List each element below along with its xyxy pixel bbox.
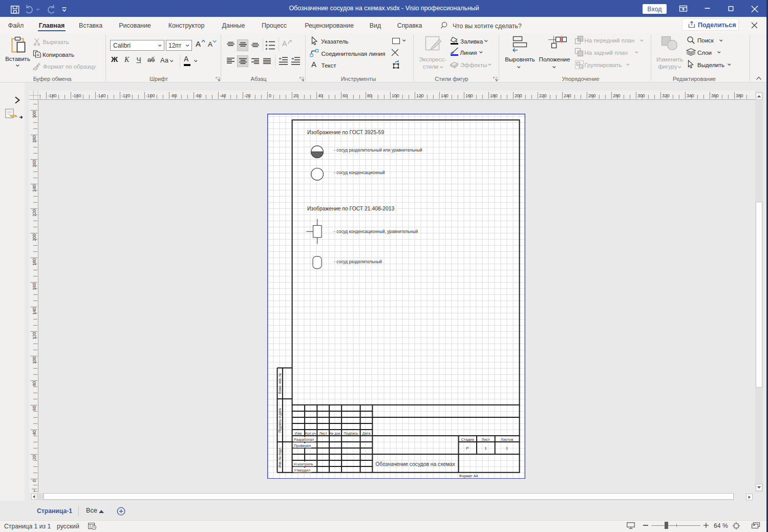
svg-text:Лист: Лист: [319, 431, 328, 436]
svg-text:280: 280: [32, 135, 37, 142]
svg-text:180: 180: [32, 258, 37, 265]
svg-text:Р: Р: [466, 446, 469, 451]
svg-text:Дата: Дата: [362, 431, 371, 436]
svg-text:300: 300: [637, 93, 645, 98]
svg-text:Подпись: Подпись: [344, 431, 359, 436]
svg-text:40: 40: [32, 430, 37, 435]
svg-text:80: 80: [32, 381, 37, 386]
svg-text:120: 120: [416, 93, 424, 98]
svg-text:Инв. № подл.: Инв. № подл.: [278, 446, 282, 467]
svg-text:Изображение по ГОСТ 21.408-201: Изображение по ГОСТ 21.408-2013: [307, 206, 394, 211]
svg-text:240: 240: [564, 93, 571, 98]
svg-text:260: 260: [588, 93, 596, 98]
svg-text:-180: -180: [48, 93, 57, 98]
svg-text:- сосуд разделительный: - сосуд разделительный: [334, 259, 382, 264]
svg-text:-40: -40: [220, 93, 226, 98]
svg-text:320: 320: [662, 93, 670, 98]
svg-text:-20: -20: [244, 93, 251, 98]
svg-text:60: 60: [343, 93, 348, 98]
svg-text:-80: -80: [170, 93, 177, 98]
svg-text:40: 40: [318, 93, 323, 98]
svg-text:1: 1: [506, 446, 508, 451]
svg-text:80: 80: [367, 93, 372, 98]
svg-text:Изм.: Изм.: [295, 431, 303, 436]
svg-text:1: 1: [485, 446, 487, 451]
svg-text:Стадия: Стадия: [461, 437, 474, 442]
svg-text:100: 100: [32, 356, 37, 364]
svg-text:Утвердил: Утвердил: [294, 468, 310, 473]
svg-text:340: 340: [687, 93, 694, 98]
svg-text:- сосуд конденсационный, уравн: - сосуд конденсационный, уравнительный: [334, 229, 418, 234]
svg-text:300: 300: [32, 111, 37, 118]
svg-text:380: 380: [736, 93, 743, 98]
svg-text:140: 140: [32, 307, 37, 314]
svg-text:- сосуд разделительный или ура: - сосуд разделительный или уравнительный: [334, 147, 422, 153]
svg-text:Проверил: Проверил: [294, 443, 311, 448]
svg-text:Взам. инв. №: Взам. инв. №: [278, 373, 282, 394]
svg-text:360: 360: [711, 93, 719, 98]
svg-text:200: 200: [515, 93, 522, 98]
svg-text:220: 220: [32, 209, 37, 216]
svg-text:60: 60: [32, 406, 37, 411]
svg-text:0: 0: [32, 479, 37, 482]
svg-text:Изображение по ГОСТ 3925-59: Изображение по ГОСТ 3925-59: [307, 130, 384, 135]
svg-text:0: 0: [269, 93, 271, 98]
svg-text:160: 160: [32, 283, 37, 290]
svg-text:100: 100: [392, 93, 399, 98]
svg-text:20: 20: [293, 93, 298, 98]
svg-text:Кол.уч.: Кол.уч.: [305, 432, 317, 436]
svg-text:Листов: Листов: [501, 437, 514, 442]
svg-text:20: 20: [32, 455, 37, 460]
svg-text:-120: -120: [121, 93, 131, 98]
svg-text:240: 240: [32, 184, 37, 191]
svg-text:Подпись и дата: Подпись и дата: [278, 408, 282, 433]
svg-text:140: 140: [441, 93, 449, 98]
svg-text:120: 120: [32, 332, 37, 339]
svg-text:-140: -140: [97, 93, 106, 98]
svg-text:№ док.: № док.: [330, 432, 341, 436]
svg-text:-60: -60: [195, 93, 202, 98]
svg-text:160: 160: [465, 93, 473, 98]
svg-text:220: 220: [539, 93, 547, 98]
svg-text:260: 260: [32, 160, 37, 167]
svg-text:-100: -100: [146, 93, 155, 98]
svg-text:180: 180: [490, 93, 498, 98]
svg-text:- сосуд конденсационный: - сосуд конденсационный: [334, 170, 385, 175]
svg-text:Лист: Лист: [482, 437, 490, 442]
svg-text:Н.контроль: Н.контроль: [294, 462, 313, 466]
svg-text:-160: -160: [72, 93, 81, 98]
svg-text:Разработал: Разработал: [294, 437, 314, 442]
svg-text:Обозначение сосудов на схемах: Обозначение сосудов на схемах: [376, 461, 456, 467]
svg-text:Формат А4: Формат А4: [459, 474, 478, 478]
svg-text:280: 280: [613, 93, 621, 98]
svg-text:200: 200: [32, 233, 37, 241]
